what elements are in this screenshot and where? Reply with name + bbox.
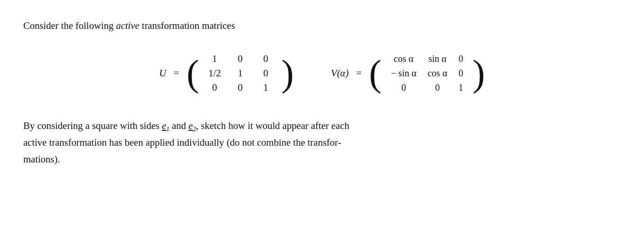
bottom-line3: mations). (23, 154, 60, 165)
bottom-paragraph: By considering a square with sides e1 an… (23, 118, 610, 168)
matrix-v-cell-00: cos α (391, 54, 417, 64)
matrix-u-cell-01: 0 (234, 53, 247, 65)
matrix-u-expr: U = ( 1 0 0 1/2 1 0 0 0 1 ) (159, 52, 294, 94)
matrix-u-cell-10: 1/2 (208, 67, 221, 79)
matrix-v-grid: cos α sin α 0 − sin α cos α 0 0 0 1 (387, 53, 467, 94)
bottom-e2: e2 (188, 120, 196, 131)
matrix-u-cell-20: 0 (208, 82, 221, 94)
matrices-row: U = ( 1 0 0 1/2 1 0 0 0 1 ) V(α) = ( cos… (23, 52, 621, 94)
matrix-u-cell-02: 0 (260, 53, 272, 65)
matrix-v-right-paren: ) (473, 54, 485, 92)
bottom-e2-sub: 2 (193, 126, 196, 133)
bottom-part2: and (170, 120, 189, 131)
bottom-part1: By considering a square with sides (23, 120, 162, 131)
bottom-line2: active transformation has been applied i… (23, 137, 341, 148)
matrix-u-left-paren: ( (186, 54, 199, 92)
matrix-v-label: V(α) (331, 67, 349, 79)
matrix-u-cell-00: 1 (208, 53, 221, 65)
matrix-v-left-paren: ( (369, 54, 382, 92)
matrix-v-cell-12: 0 (459, 68, 463, 79)
bottom-e1-sub: 1 (166, 126, 170, 133)
intro-text-before: Consider the following (23, 20, 116, 31)
matrix-v-cell-20: 0 (391, 82, 417, 93)
matrix-v-cell-01: sin α (428, 54, 447, 64)
matrix-u-cell-11: 1 (234, 67, 247, 79)
intro-paragraph: Consider the following active transforma… (23, 19, 621, 34)
matrix-v-cell-11: cos α (428, 68, 447, 79)
matrix-v-cell-10: − sin α (391, 68, 417, 79)
matrix-u-equals: = (174, 67, 179, 79)
content-wrapper: Consider the following active transforma… (23, 19, 621, 168)
matrix-v-cell-22: 1 (459, 82, 463, 93)
intro-text-after: transformation matrices (139, 20, 235, 31)
matrix-u-cell-12: 0 (260, 67, 272, 79)
bottom-part3: , sketch how it would appear after each (196, 120, 349, 131)
intro-italic: active (116, 20, 139, 31)
bottom-e1: e1 (162, 120, 169, 131)
matrix-u-right-paren: ) (281, 54, 294, 92)
matrix-u-grid: 1 0 0 1/2 1 0 0 0 1 (205, 52, 276, 94)
matrix-u-cell-21: 0 (234, 82, 247, 94)
matrix-v-cell-02: 0 (459, 54, 463, 64)
matrix-v-equals: = (356, 67, 362, 79)
matrix-v-cell-21: 0 (428, 82, 447, 93)
matrix-v-expr: V(α) = ( cos α sin α 0 − sin α cos α 0 0… (331, 53, 485, 94)
matrix-u-label: U (159, 67, 166, 79)
matrix-u-cell-22: 1 (260, 82, 272, 94)
